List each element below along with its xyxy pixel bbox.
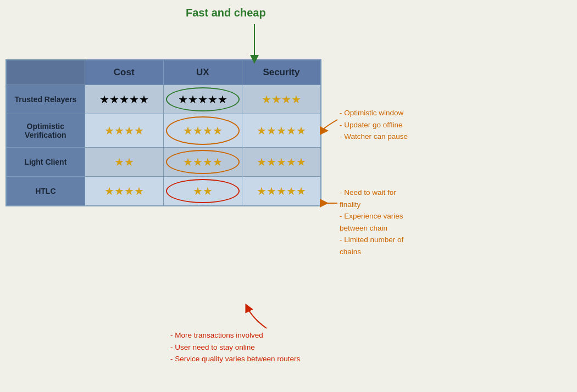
light-client-security: ★★★★★	[242, 148, 320, 177]
annotation-trusted-relayers: - Optimistic window - Updater go offline…	[340, 107, 450, 143]
fast-cheap-label: Fast and cheap	[186, 7, 266, 19]
optimistic-ux: ★★★★	[163, 114, 242, 148]
row-label-optimistic: Optimistic Verification	[7, 114, 85, 148]
optimistic-cost: ★★★★	[85, 114, 163, 148]
stars-display: ★★★★	[104, 185, 144, 197]
table-row: Light Client ★★ ★★★★ ★★★★★	[7, 148, 321, 177]
trusted-relayers-security: ★★★★	[242, 85, 320, 114]
optimistic-security: ★★★★★	[242, 114, 320, 148]
header-empty	[7, 60, 85, 85]
stars-display: ★★★★	[183, 125, 223, 137]
stars-display: ★★★★★	[257, 185, 306, 197]
header-security: Security	[242, 60, 320, 85]
table-row: Trusted Relayers ★★★★★ ★★★★★ ★★★★	[7, 85, 321, 114]
stars-display: ★★★★	[262, 93, 301, 105]
stars-display: ★★	[193, 185, 213, 197]
row-label-htlc: HTLC	[7, 177, 85, 206]
header-cost: Cost	[85, 60, 163, 85]
table-row: HTLC ★★★★ ★★ ★★★★★	[7, 177, 321, 206]
light-client-ux: ★★★★	[163, 148, 242, 177]
row-label-trusted-relayers: Trusted Relayers	[7, 85, 85, 114]
stars-display: ★★★★★	[99, 93, 149, 105]
arrow-htlc-annotation	[247, 307, 267, 328]
row-label-light-client: Light Client	[7, 148, 85, 177]
trusted-relayers-cost: ★★★★★	[85, 85, 163, 114]
stars-display: ★★	[114, 156, 134, 168]
htlc-security: ★★★★★	[242, 177, 320, 206]
stars-display: ★★★★★	[257, 125, 306, 137]
arrow-trusted-annotation	[323, 120, 337, 131]
annotation-optimistic-light: - Need to wait for finality - Experience…	[340, 187, 461, 258]
htlc-ux: ★★	[163, 177, 242, 206]
trusted-relayers-ux: ★★★★★	[163, 85, 242, 114]
stars-display: ★★★★★	[257, 156, 306, 168]
light-client-cost: ★★	[85, 148, 163, 177]
stars-display: ★★★★	[104, 125, 144, 137]
table-row: Optimistic Verification ★★★★ ★★★★ ★★★★★	[7, 114, 321, 148]
stars-display: ★★★★★	[178, 93, 228, 105]
htlc-cost: ★★★★	[85, 177, 163, 206]
stars-display: ★★★★	[183, 156, 223, 168]
annotation-htlc: - More transactions involved - User need…	[170, 329, 363, 365]
comparison-table: Cost UX Security Trusted Relayers ★★★★★	[5, 59, 321, 206]
header-ux: UX	[163, 60, 242, 85]
